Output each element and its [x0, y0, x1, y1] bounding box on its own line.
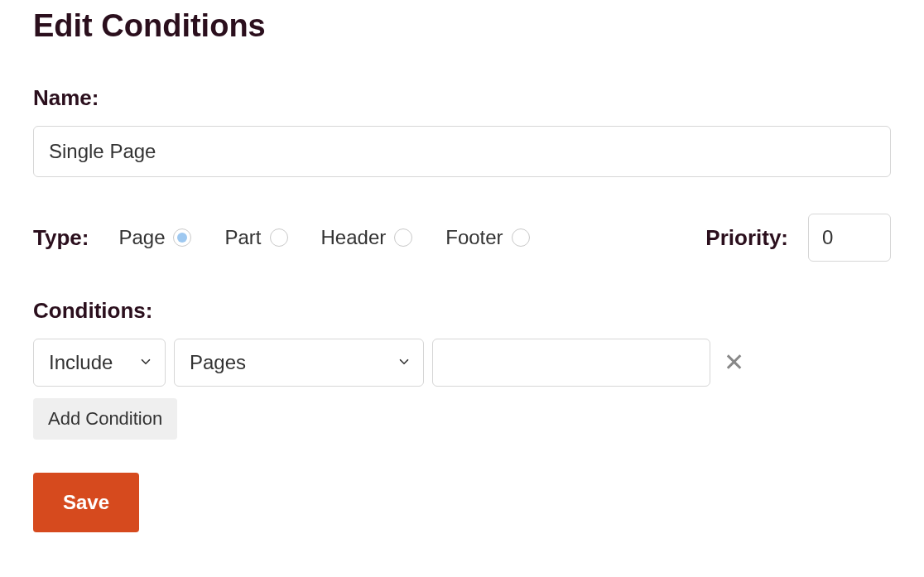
type-radio-page-label: Page — [118, 226, 165, 249]
condition-target-value: Pages — [190, 351, 246, 374]
name-section: Name: — [33, 85, 891, 177]
priority-input[interactable] — [808, 214, 891, 262]
condition-row: Include Pages ✕ — [33, 339, 891, 387]
name-input[interactable] — [33, 126, 891, 177]
save-button[interactable]: Save — [33, 473, 139, 532]
priority-group: Priority: — [705, 214, 891, 262]
type-radio-group: Page Part Header Footer — [118, 226, 529, 249]
type-radio-part[interactable]: Part — [224, 226, 287, 249]
type-radio-page[interactable]: Page — [118, 226, 191, 249]
type-radio-header[interactable]: Header — [321, 226, 413, 249]
condition-value-input[interactable] — [432, 339, 710, 387]
condition-target-select[interactable]: Pages — [174, 339, 424, 387]
radio-icon — [173, 228, 191, 247]
chevron-down-icon — [138, 351, 153, 374]
type-radio-part-label: Part — [224, 226, 261, 249]
remove-condition-button[interactable]: ✕ — [719, 350, 749, 375]
type-radio-footer[interactable]: Footer — [445, 226, 529, 249]
condition-mode-select[interactable]: Include — [33, 339, 166, 387]
add-condition-button[interactable]: Add Condition — [33, 398, 177, 440]
condition-mode-value: Include — [49, 351, 113, 374]
page-title: Edit Conditions — [33, 8, 891, 44]
radio-icon — [394, 228, 412, 247]
type-radio-footer-label: Footer — [445, 226, 503, 249]
chevron-down-icon — [397, 351, 411, 374]
priority-label: Priority: — [705, 225, 788, 251]
conditions-section: Conditions: Include Pages ✕ Add Conditio… — [33, 298, 891, 440]
type-label: Type: — [33, 225, 89, 251]
radio-icon — [512, 228, 530, 247]
type-row: Type: Page Part Header Footer Priority: — [33, 214, 891, 262]
type-radio-header-label: Header — [321, 226, 387, 249]
conditions-label: Conditions: — [33, 298, 891, 324]
radio-icon — [270, 228, 288, 247]
name-label: Name: — [33, 85, 891, 111]
close-icon: ✕ — [724, 349, 744, 376]
